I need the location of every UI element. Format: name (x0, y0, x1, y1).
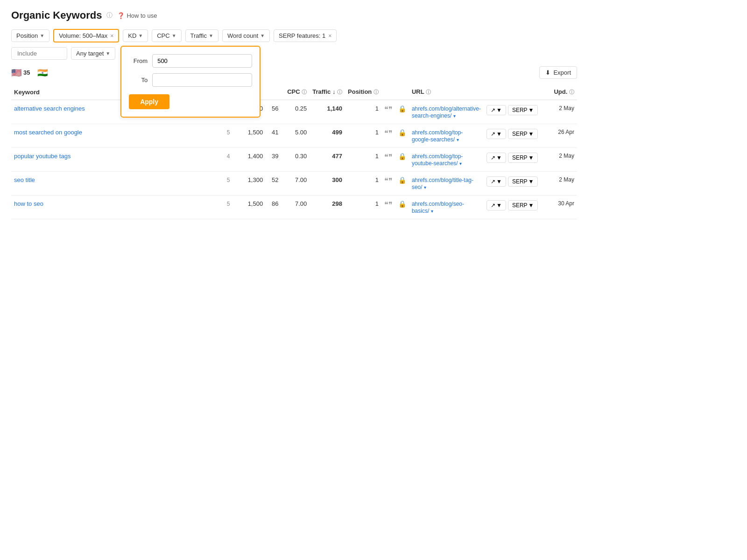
table-row: alternative search engines 3 5,600 56 0.… (11, 100, 577, 124)
keyword-cell: popular youtube tags (11, 148, 219, 172)
volume-filter[interactable]: Volume: 500–Max × (53, 29, 119, 42)
cpc-caret-icon: ▼ (172, 33, 176, 38)
trend-caret-icon: ▼ (496, 178, 502, 185)
apply-button[interactable]: Apply (129, 94, 169, 109)
filter-bar: Position ▼ Volume: 500–Max × From To App… (11, 29, 577, 42)
position-filter-label: Position (16, 32, 38, 39)
trend-button[interactable]: ↗ ▼ (486, 129, 506, 139)
traffic-filter[interactable]: Traffic ▼ (185, 29, 218, 42)
position-filter[interactable]: Position ▼ (11, 29, 49, 42)
url-caret-icon[interactable]: ▾ (459, 161, 462, 166)
serp-caret-icon: ▼ (529, 107, 534, 113)
from-label: From (129, 57, 148, 64)
cpc-filter-label: CPC (157, 32, 169, 39)
url-link[interactable]: ahrefs.com/blog/alternative-search-engin… (412, 105, 481, 119)
from-input[interactable] (152, 54, 252, 68)
how-to-use-button[interactable]: ❓ How to use (117, 12, 157, 19)
export-button[interactable]: ⬇ Export (539, 66, 577, 79)
table-row: seo title 5 1,300 52 7.00 300 1 ❝❞ 🔒 ahr… (11, 172, 577, 196)
url-caret-icon[interactable]: ▾ (424, 185, 426, 190)
keyword-link[interactable]: how to seo (14, 200, 43, 207)
keywords-table: Keyword CPC ⓘ Traffic ↓ ⓘ Position ⓘ (11, 84, 577, 219)
cpc-cell: 5.00 (284, 124, 310, 148)
any-target-filter[interactable]: Any target ▼ (71, 47, 115, 60)
serp-caret-icon: ▼ (529, 178, 534, 185)
serp-button[interactable]: SERP ▼ (508, 105, 538, 115)
kd-val-cell: 41 (266, 124, 284, 148)
serp-features-filter[interactable]: SERP features: 1 × (274, 29, 337, 42)
quotes-icon: ❝❞ (384, 153, 393, 161)
th-kd2 (266, 84, 284, 100)
trend-button[interactable]: ↗ ▼ (486, 176, 506, 187)
to-input[interactable] (152, 73, 252, 87)
lock-icon: 🔒 (398, 153, 406, 160)
volume-cell: 1,300 (238, 172, 266, 196)
volume-close-icon[interactable]: × (110, 33, 113, 39)
kd-filter[interactable]: KD ▼ (123, 29, 148, 42)
keyword-link[interactable]: alternative search engines (14, 105, 85, 112)
quotes-icon: ❝❞ (384, 105, 393, 113)
serp-button[interactable]: SERP ▼ (508, 153, 538, 163)
position-cell: 1 (345, 124, 381, 148)
trend-button[interactable]: ↗ ▼ (486, 153, 506, 163)
cpc-info-icon: ⓘ (302, 89, 307, 95)
volume-filter-label: Volume: 500–Max (59, 32, 107, 39)
date-cell: 30 Apr (544, 196, 577, 219)
kd-badge-cell: 5 (219, 172, 238, 196)
trend-button[interactable]: ↗ ▼ (486, 105, 506, 115)
quotes-cell: ❝❞ (381, 124, 395, 148)
serp-button[interactable]: SERP ▼ (508, 176, 538, 187)
volume-cell: 1,400 (238, 148, 266, 172)
quotes-cell: ❝❞ (381, 100, 395, 124)
kd-num: 4 (227, 153, 230, 160)
traffic-caret-icon: ▼ (209, 33, 213, 38)
keyword-link[interactable]: seo title (14, 176, 35, 183)
url-link[interactable]: ahrefs.com/blog/seo-basics/ (412, 201, 464, 214)
page-title: Organic Keywords (11, 9, 102, 21)
kd-badge-cell: 5 (219, 124, 238, 148)
url-link[interactable]: ahrefs.com/blog/top-google-searches/ (412, 129, 463, 143)
trend-button[interactable]: ↗ ▼ (486, 200, 506, 210)
keyword-link[interactable]: popular youtube tags (14, 153, 70, 160)
kd-num: 5 (227, 201, 230, 207)
include-input[interactable] (11, 47, 67, 60)
url-link[interactable]: ahrefs.com/blog/title-tag-seo/ (412, 177, 473, 190)
serp-button[interactable]: SERP ▼ (508, 200, 538, 210)
country-row: 🇺🇸 35 🇮🇳 ⬇ Export (11, 66, 577, 79)
serp-caret-icon: ▼ (529, 154, 534, 161)
download-icon: ⬇ (545, 69, 550, 76)
actions-cell: ↗ ▼ SERP ▼ (484, 124, 544, 148)
serp-caret-icon: ▼ (529, 202, 534, 209)
th-url: URL ⓘ (409, 84, 484, 100)
cpc-cell: 0.30 (284, 148, 310, 172)
url-caret-icon[interactable]: ▾ (457, 137, 459, 142)
keyword-link[interactable]: most searched on google (14, 129, 82, 136)
info-icon[interactable]: ⓘ (106, 11, 113, 20)
keyword-cell: how to seo (11, 196, 219, 219)
url-cell: ahrefs.com/blog/top-google-searches/ ▾ (409, 124, 484, 148)
serp-features-close-icon[interactable]: × (328, 33, 331, 39)
country-us: 🇺🇸 35 (11, 68, 30, 78)
quotes-cell: ❝❞ (381, 196, 395, 219)
lock-icon: 🔒 (398, 176, 406, 184)
word-count-filter[interactable]: Word count ▼ (222, 29, 270, 42)
word-count-caret-icon: ▼ (260, 33, 265, 38)
traffic-info-icon: ⓘ (337, 89, 342, 95)
url-caret-icon[interactable]: ▾ (453, 113, 456, 119)
us-count: 35 (23, 69, 30, 76)
cpc-filter[interactable]: CPC ▼ (152, 29, 181, 42)
th-quotes (381, 84, 395, 100)
position-info-icon: ⓘ (374, 89, 379, 95)
how-to-use-label: How to use (127, 12, 157, 19)
th-position: Position ⓘ (345, 84, 381, 100)
word-count-filter-label: Word count (227, 32, 258, 39)
serp-button[interactable]: SERP ▼ (508, 129, 538, 139)
kd-val-cell: 39 (266, 148, 284, 172)
url-link[interactable]: ahrefs.com/blog/top-youtube-searches/ (412, 153, 463, 167)
lock-cell: 🔒 (395, 124, 409, 148)
quotes-cell: ❝❞ (381, 172, 395, 196)
traffic-cell: 300 (310, 172, 345, 196)
url-cell: ahrefs.com/blog/seo-basics/ ▾ (409, 196, 484, 219)
page-header: Organic Keywords ⓘ ❓ How to use (11, 9, 577, 21)
url-caret-icon[interactable]: ▾ (431, 209, 433, 214)
